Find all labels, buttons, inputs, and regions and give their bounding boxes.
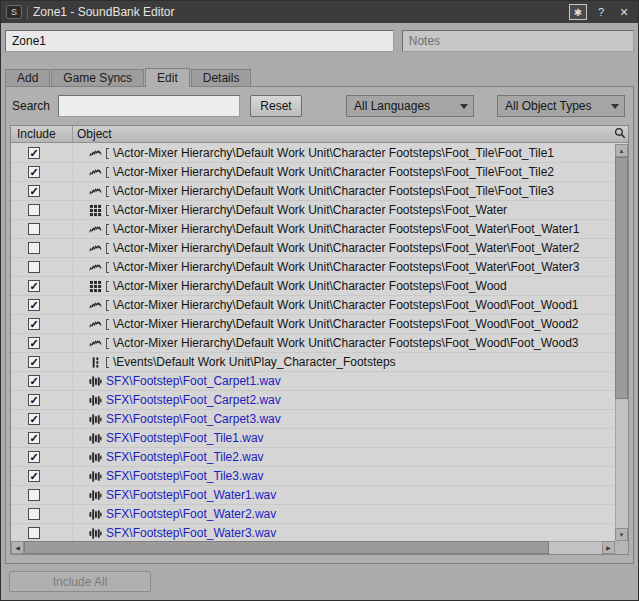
- table-row[interactable]: ✓ \Actor-Mixer Hierarchy\Default Work Un…: [11, 277, 615, 296]
- window-title: Zone1 - SoundBank Editor: [33, 5, 564, 19]
- scroll-right-button[interactable]: ▶: [602, 541, 615, 554]
- search-input[interactable]: [58, 95, 240, 117]
- object-cell: SFX\Footstep\Foot_Carpet3.wav: [73, 410, 615, 428]
- language-select[interactable]: All Languages: [346, 95, 474, 117]
- object-path: SFX\Footstep\Foot_Carpet3.wav: [106, 412, 281, 426]
- table-row[interactable]: SFX\Footstep\Foot_Water1.wav: [11, 486, 615, 505]
- soundbank-name-input[interactable]: [5, 30, 394, 52]
- sound-sfx-icon: [89, 261, 102, 274]
- include-checkbox[interactable]: [28, 527, 40, 539]
- tab-game-syncs[interactable]: Game Syncs: [51, 69, 144, 86]
- include-cell: ✓: [11, 410, 73, 428]
- table-row[interactable]: ✓ \Actor-Mixer Hierarchy\Default Work Un…: [11, 334, 615, 353]
- table-row[interactable]: ✓ SFX\Footstep\Foot_Tile3.wav: [11, 467, 615, 486]
- table-row[interactable]: ✓ \Actor-Mixer Hierarchy\Default Work Un…: [11, 296, 615, 315]
- wav-icon: [89, 394, 102, 407]
- notes-input[interactable]: [402, 30, 634, 52]
- include-checkbox[interactable]: [28, 489, 40, 501]
- include-checkbox[interactable]: ✓: [28, 432, 40, 444]
- column-header-object[interactable]: Object: [73, 126, 628, 142]
- table-row[interactable]: SFX\Footstep\Foot_Water3.wav: [11, 524, 615, 541]
- include-checkbox[interactable]: ✓: [28, 299, 40, 311]
- table-row[interactable]: ✓ \Actor-Mixer Hierarchy\Default Work Un…: [11, 315, 615, 334]
- horizontal-scrollbar-thumb[interactable]: [24, 541, 549, 554]
- table-row[interactable]: ✓ \Actor-Mixer Hierarchy\Default Work Un…: [11, 163, 615, 182]
- tab-edit[interactable]: Edit: [145, 68, 190, 87]
- bracket-icon: [106, 357, 109, 368]
- pin-button[interactable]: ✱: [569, 4, 587, 20]
- object-cell: SFX\Footstep\Foot_Water3.wav: [73, 524, 615, 541]
- column-search-button[interactable]: [612, 127, 627, 142]
- include-checkbox[interactable]: [28, 242, 40, 254]
- table-row[interactable]: ✓ \Events\Default Work Unit\Play_Charact…: [11, 353, 615, 372]
- object-path: \Actor-Mixer Hierarchy\Default Work Unit…: [113, 260, 579, 274]
- reset-button[interactable]: Reset: [250, 95, 302, 117]
- include-checkbox[interactable]: ✓: [28, 166, 40, 178]
- scroll-up-button[interactable]: ▲: [615, 144, 628, 157]
- table-row[interactable]: \Actor-Mixer Hierarchy\Default Work Unit…: [11, 239, 615, 258]
- object-type-select[interactable]: All Object Types: [497, 95, 625, 117]
- include-checkbox[interactable]: ✓: [28, 394, 40, 406]
- scroll-down-button[interactable]: ▼: [615, 528, 628, 541]
- include-checkbox[interactable]: ✓: [28, 451, 40, 463]
- table-row[interactable]: \Actor-Mixer Hierarchy\Default Work Unit…: [11, 220, 615, 239]
- soundbank-editor-window: S Zone1 - SoundBank Editor ✱ ? ✕ Add Gam…: [0, 0, 639, 601]
- wav-icon: [89, 489, 102, 502]
- scrollbar-corner: [615, 541, 628, 554]
- table-row[interactable]: ✓ SFX\Footstep\Foot_Tile1.wav: [11, 429, 615, 448]
- object-path: SFX\Footstep\Foot_Tile2.wav: [106, 450, 264, 464]
- horizontal-scrollbar[interactable]: ◀ ▶: [11, 541, 615, 554]
- help-button[interactable]: ?: [592, 4, 610, 20]
- include-cell: [11, 505, 73, 523]
- table-row[interactable]: ✓ SFX\Footstep\Foot_Carpet2.wav: [11, 391, 615, 410]
- edit-tab-panel: Search Reset All Languages All Object Ty…: [5, 86, 634, 564]
- include-checkbox[interactable]: [28, 223, 40, 235]
- include-checkbox[interactable]: ✓: [28, 356, 40, 368]
- table-row[interactable]: ✓ \Actor-Mixer Hierarchy\Default Work Un…: [11, 144, 615, 163]
- object-path: \Actor-Mixer Hierarchy\Default Work Unit…: [113, 279, 507, 293]
- tab-add[interactable]: Add: [5, 69, 50, 86]
- include-checkbox[interactable]: ✓: [28, 318, 40, 330]
- pin-icon: ✱: [574, 7, 582, 18]
- event-icon: [89, 356, 102, 369]
- object-path: SFX\Footstep\Foot_Carpet2.wav: [106, 393, 281, 407]
- include-checkbox[interactable]: ✓: [28, 185, 40, 197]
- table-row[interactable]: SFX\Footstep\Foot_Water2.wav: [11, 505, 615, 524]
- close-button[interactable]: ✕: [615, 4, 633, 20]
- arrow-down-icon: ▼: [619, 532, 625, 538]
- table-row[interactable]: ✓ SFX\Footstep\Foot_Carpet1.wav: [11, 372, 615, 391]
- wav-icon: [89, 451, 102, 464]
- bracket-icon: [106, 243, 109, 254]
- table-row[interactable]: \Actor-Mixer Hierarchy\Default Work Unit…: [11, 201, 615, 220]
- scroll-left-button[interactable]: ◀: [11, 541, 24, 554]
- random-container-icon: [89, 280, 102, 293]
- include-checkbox[interactable]: ✓: [28, 280, 40, 292]
- tab-details[interactable]: Details: [191, 69, 252, 86]
- column-header-include[interactable]: Include: [11, 126, 73, 142]
- include-checkbox[interactable]: [28, 261, 40, 273]
- include-checkbox[interactable]: ✓: [28, 147, 40, 159]
- include-checkbox[interactable]: ✓: [28, 413, 40, 425]
- table-row[interactable]: ✓ SFX\Footstep\Foot_Carpet3.wav: [11, 410, 615, 429]
- include-checkbox[interactable]: ✓: [28, 375, 40, 387]
- sound-sfx-icon: [89, 242, 102, 255]
- bracket-icon: [106, 205, 109, 216]
- vertical-scrollbar[interactable]: ▲ ▼: [615, 144, 628, 541]
- object-cell: \Actor-Mixer Hierarchy\Default Work Unit…: [73, 277, 615, 295]
- include-checkbox[interactable]: ✓: [28, 337, 40, 349]
- table-row[interactable]: \Actor-Mixer Hierarchy\Default Work Unit…: [11, 258, 615, 277]
- sound-sfx-icon: [89, 166, 102, 179]
- object-cell: \Actor-Mixer Hierarchy\Default Work Unit…: [73, 201, 615, 219]
- include-cell: [11, 239, 73, 257]
- table-row[interactable]: ✓ \Actor-Mixer Hierarchy\Default Work Un…: [11, 182, 615, 201]
- table-row[interactable]: ✓ SFX\Footstep\Foot_Tile2.wav: [11, 448, 615, 467]
- vertical-scrollbar-thumb[interactable]: [615, 157, 628, 399]
- object-type-select-value: All Object Types: [505, 99, 591, 113]
- object-cell: SFX\Footstep\Foot_Tile3.wav: [73, 467, 615, 485]
- include-all-button[interactable]: Include All: [9, 571, 151, 592]
- include-checkbox[interactable]: ✓: [28, 470, 40, 482]
- wav-icon: [89, 470, 102, 483]
- include-checkbox[interactable]: [28, 508, 40, 520]
- include-checkbox[interactable]: [28, 204, 40, 216]
- object-path: SFX\Footstep\Foot_Tile3.wav: [106, 469, 264, 483]
